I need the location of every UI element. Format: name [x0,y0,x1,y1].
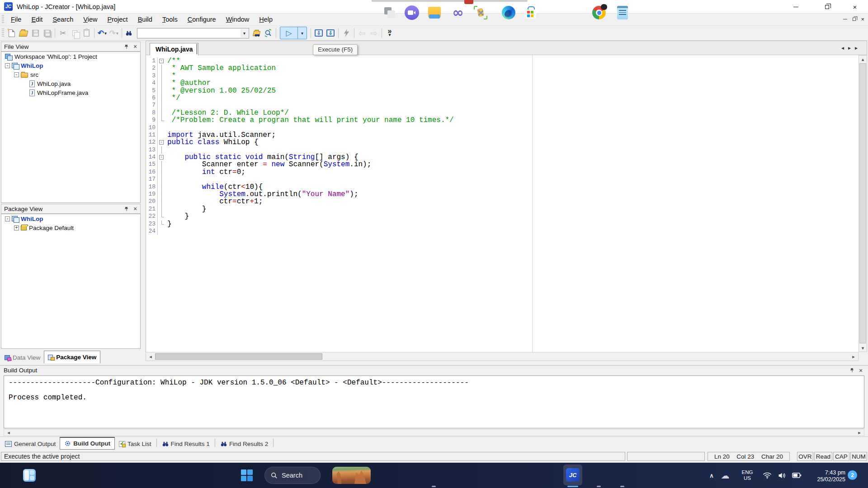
mdi-close-icon[interactable]: × [861,16,864,23]
task-view-thumbnail[interactable] [332,467,371,484]
quick-build-button[interactable] [340,27,352,39]
tab-scroll-left-icon[interactable]: ◂ [841,45,844,51]
undo-dropdown[interactable]: ▾ [104,31,107,36]
find-button[interactable] [124,27,136,39]
collapse-expander-icon[interactable]: - [14,72,19,77]
start-button[interactable] [239,468,255,483]
tree-item-whilop-java[interactable]: J WhiLop.java [1,79,140,88]
tree-item-workspace[interactable]: Workspace 'WhiLop': 1 Project [1,52,140,61]
cut-button[interactable]: ✂ [57,27,69,39]
save-all-button[interactable] [41,27,53,39]
scroll-left-icon[interactable]: ◂ [146,353,155,360]
vscroll-thumb[interactable] [859,63,866,343]
compile-file-button[interactable]: ⇩ [313,27,325,39]
search-input[interactable] [137,28,240,38]
undo-button[interactable]: ↶▾ [96,27,108,39]
code-line[interactable]: 19 System.out.println("Your Name"); [146,191,859,198]
navigate-forward-button[interactable]: ⇨ [368,27,380,39]
store-button[interactable] [523,5,538,20]
tree-item-project[interactable]: - WhiLop [1,61,140,70]
dev-tools-button[interactable] [473,5,488,20]
redo-button[interactable]: ↷▾ [108,27,120,39]
notification-badge[interactable]: 2 [848,470,857,480]
tab-scroll-right-icon[interactable]: ▸ [848,45,851,51]
execute-button[interactable]: ▷ [280,27,297,39]
tree-item-src[interactable]: - src [1,70,140,79]
restore-button[interactable] [819,2,835,12]
collapse-expander-icon[interactable]: - [5,63,10,68]
code-line[interactable]: 8 /*Lesson 2: D. While Loop*/ [146,109,859,117]
editor-vertical-scrollbar[interactable]: ▴ ▾ [859,55,867,352]
replace-in-files-button[interactable] [262,27,274,39]
code-line[interactable]: 23} [146,221,859,228]
code-line[interactable]: 18 while(ctr<10){ [146,183,859,191]
build-output-close-icon[interactable]: × [857,367,864,374]
code-line[interactable]: 1-/** [146,57,859,65]
code-line[interactable]: 10 [146,124,859,131]
tab-find-results-2[interactable]: Find Results 2 [216,438,272,450]
menu-tools[interactable]: Tools [157,14,183,24]
chrome-button[interactable] [591,5,607,20]
taskbar-search[interactable]: Search [264,467,321,484]
build-output-scrollbar[interactable]: ◂ ▸ [4,429,864,436]
scroll-right-icon[interactable]: ▸ [849,353,858,360]
tab-build-output[interactable]: Build Output [60,437,115,450]
file-view-close-icon[interactable]: × [132,43,139,50]
navigate-back-button[interactable]: ⇦ [356,27,368,39]
menu-help[interactable]: Help [254,14,278,24]
code-line[interactable]: 15 Scanner enter = new Scanner(System.in… [146,161,859,168]
volume-button[interactable] [776,469,788,482]
tab-data-view[interactable]: Data View [1,352,44,363]
code-line[interactable]: 6 */ [146,94,859,102]
combobox-dropdown[interactable]: ▾ [241,29,248,38]
menu-configure[interactable]: Configure [183,14,221,24]
redo-dropdown[interactable]: ▾ [116,31,118,36]
code-line[interactable]: 14- public static void main(String[] arg… [146,154,859,161]
collapse-expander-icon[interactable]: - [5,216,10,221]
copy-button[interactable] [69,27,80,39]
tab-package-view[interactable]: Package View [44,351,100,363]
save-button[interactable] [29,27,41,39]
tab-general-output[interactable]: General Output [1,438,60,450]
snip-app-button[interactable] [382,5,397,20]
tree-item-package-project[interactable]: - WhiLop [1,214,140,223]
code-line[interactable]: 20 ctr=ctr+1; [146,198,859,205]
file-view-pin-icon[interactable] [123,43,130,50]
code-line[interactable]: 4 * @author [146,80,859,87]
code-line[interactable]: 11import java.util.Scanner; [146,131,859,139]
jcreator-taskbar-button[interactable]: JC [563,465,582,485]
toolbar-overflow-button[interactable]: »▾ [384,27,396,39]
code-line[interactable]: 16 int ctr=0; [146,169,859,176]
tab-task-list[interactable]: Task List [115,438,156,450]
paste-button[interactable] [80,27,92,39]
mdi-minimize-icon[interactable] [844,19,848,19]
scroll-left-icon[interactable]: ◂ [5,430,13,436]
code-line[interactable]: 24 [146,228,859,235]
code-line[interactable]: 21 } [146,206,859,213]
code-line[interactable]: 22 } [146,213,859,220]
code-line[interactable]: 12-public class WhiLop { [146,139,859,146]
menubar-grip[interactable] [2,15,4,24]
hscroll-thumb[interactable] [155,353,322,360]
package-view-close-icon[interactable]: × [132,205,139,212]
scroll-right-icon[interactable]: ▸ [855,430,863,436]
package-view-pin-icon[interactable] [123,205,130,212]
tree-item-whilopframe-java[interactable]: J WhiLopFrame.java [1,88,140,97]
wifi-button[interactable] [761,469,773,482]
build-output-content[interactable]: --------------------Configuration: WhiLo… [4,375,864,428]
language-switcher[interactable]: ENGUS [739,469,756,482]
tree-item-package-default[interactable]: + Package Default [1,223,140,232]
search-combobox[interactable]: ▾ [137,28,249,38]
tab-scroll-last-icon[interactable]: ▸ [855,45,858,51]
editor-tab-whilop[interactable]: WhiLop.java [150,43,198,55]
code-line[interactable]: 5 * @version 1.00 25/02/25 [146,87,859,94]
menu-project[interactable]: Project [103,14,133,24]
code-editor[interactable]: 1-/**2 * AWT Sample application3 *4 * @a… [146,55,859,352]
widgets-button[interactable] [22,468,37,483]
scroll-down-icon[interactable]: ▾ [859,344,867,352]
build-output-pin-icon[interactable] [849,367,856,374]
tray-chevron-button[interactable]: ∧ [707,469,717,482]
expand-expander-icon[interactable]: + [14,225,19,230]
tab-find-results-1[interactable]: Find Results 1 [158,438,214,450]
scroll-up-icon[interactable]: ▴ [859,56,867,63]
